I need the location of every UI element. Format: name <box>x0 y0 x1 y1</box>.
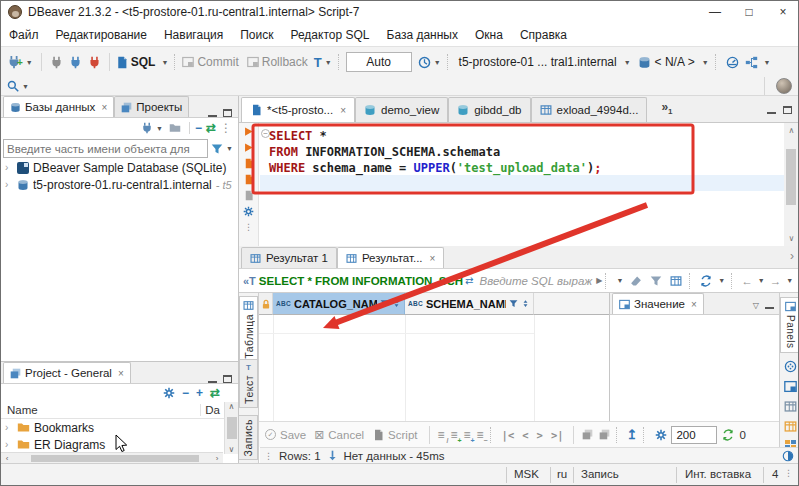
schema-selector[interactable]: < N/A > <box>655 55 695 69</box>
connection-selector[interactable]: t5-prostore-01 ... tral1.internal <box>459 55 617 69</box>
search-icon[interactable] <box>7 80 19 92</box>
filter-settings-table-icon[interactable] <box>670 275 682 287</box>
grid-corner-cell[interactable] <box>259 293 273 315</box>
scroll-right-icon[interactable]: › <box>211 454 223 463</box>
tab-result-2[interactable]: Результат... × <box>337 247 444 268</box>
nav-forward-dropdown-icon[interactable]: ▼ <box>786 277 793 284</box>
databases-tab-close-icon[interactable]: × <box>101 102 107 113</box>
new-connection-dropdown-icon[interactable]: ▼ <box>26 59 33 66</box>
menu-navigation[interactable]: Навигация <box>164 28 223 42</box>
filter-placeholder[interactable]: Введите SQL выраж <box>479 275 592 287</box>
tab-result-1[interactable]: Результат 1 <box>241 247 337 268</box>
object-filter-input[interactable] <box>3 139 208 158</box>
scrollbar-thumb[interactable] <box>227 417 237 439</box>
explorer-menu-dots-icon[interactable]: ⋮ <box>220 121 232 135</box>
connect-icon[interactable] <box>50 56 63 69</box>
last-row-button[interactable]: >| <box>551 429 564 441</box>
project-collapse-icon[interactable]: − <box>182 386 189 400</box>
tab-gibdd-db[interactable]: gibdd_db <box>448 97 530 122</box>
column-header-catalog-name[interactable]: ABC CATALOG_NAME <box>273 293 405 315</box>
transaction-log-clock-icon[interactable] <box>418 56 431 69</box>
project-tab-close-icon[interactable]: × <box>118 368 124 379</box>
fetch-size-input[interactable] <box>671 426 717 444</box>
scroll-up-icon[interactable]: ∧ <box>784 123 799 135</box>
next-row-button[interactable]: > <box>537 429 543 441</box>
panels-tab[interactable]: Panels <box>780 297 799 353</box>
tab-exload[interactable]: exload_4994d... <box>531 97 648 122</box>
rollback-button[interactable]: Rollback <box>262 55 308 69</box>
sql-editor-icon[interactable] <box>115 56 128 69</box>
column-name[interactable]: Name <box>1 404 38 416</box>
tab-project-general[interactable]: Project - General × <box>3 362 131 383</box>
menu-window[interactable]: Окна <box>475 28 503 42</box>
metadata-panel-icon[interactable] <box>784 420 797 433</box>
execute-script-icon[interactable] <box>243 158 254 169</box>
tab-value[interactable]: Значение × <box>612 293 704 314</box>
schema-dropdown-icon[interactable]: ▼ <box>702 59 709 66</box>
editor-maximize-icon[interactable] <box>783 106 792 114</box>
script-button[interactable]: Script <box>388 429 417 441</box>
editor-minimize-icon[interactable] <box>767 107 776 114</box>
save-button[interactable]: Save <box>280 429 306 441</box>
delete-row-icon[interactable]: ≡− <box>477 428 484 442</box>
nav-back-dropdown-icon[interactable]: ▼ <box>758 277 765 284</box>
auto-refresh-icon[interactable] <box>722 429 734 441</box>
filter-erase-icon[interactable] <box>630 275 642 287</box>
menu-sql-editor[interactable]: Редактор SQL <box>290 28 369 42</box>
execute-statement-icon[interactable] <box>243 126 254 137</box>
project-maximize-icon[interactable] <box>223 375 232 383</box>
first-row-button[interactable]: |< <box>502 429 515 441</box>
export-result-icon[interactable]: ↥ <box>627 427 638 442</box>
sql-editor-button[interactable]: SQL <box>131 55 156 69</box>
scroll-down-icon[interactable]: ∨ <box>784 234 799 243</box>
cancel-button[interactable]: Cancel <box>328 429 364 441</box>
editor-scrollbar[interactable]: ∧ ∨ <box>784 123 799 246</box>
project-vertical-scrollbar[interactable]: ∧ ∨ <box>224 402 238 454</box>
tab-projects[interactable]: Проекты <box>114 96 189 117</box>
explain-plan-icon[interactable] <box>243 190 254 201</box>
fetch-all-icon[interactable] <box>599 429 610 440</box>
reconnect-icon[interactable] <box>69 56 82 69</box>
menu-help[interactable]: Справка <box>520 28 567 42</box>
fetch-page-icon[interactable] <box>582 429 593 440</box>
explorer-maximize-icon[interactable] <box>223 109 232 117</box>
expand-chevron-icon[interactable]: › <box>5 422 13 433</box>
filter-funnel-icon[interactable] <box>211 143 223 155</box>
network-share-icon[interactable] <box>745 56 758 69</box>
add-row-icon[interactable]: ≡+ <box>451 428 458 442</box>
filter-save-funnel-icon[interactable] <box>650 275 662 287</box>
column-filter-icon[interactable] <box>380 299 389 308</box>
refresh-result-icon[interactable] <box>700 275 712 287</box>
column-sort-icon[interactable] <box>521 299 530 308</box>
link-with-editor-icon[interactable]: ⇄ <box>206 121 216 135</box>
scroll-left-icon[interactable]: ‹ <box>1 454 13 463</box>
edit-row-icon[interactable]: ≡/ <box>438 428 445 442</box>
explorer-new-connection-icon[interactable] <box>141 122 153 134</box>
transaction-mode-icon[interactable]: T <box>314 55 322 70</box>
calc-panel-icon[interactable] <box>784 400 797 413</box>
tree-item-sample-db[interactable]: › DBeaver Sample Database (SQLite) <box>1 159 238 176</box>
execute-script-new-icon[interactable] <box>243 174 254 185</box>
scrollbar-thumb[interactable] <box>31 455 199 462</box>
result-settings-gear-icon[interactable] <box>655 429 667 441</box>
filter-dropdown-icon[interactable]: ▼ <box>226 145 233 152</box>
tab-databases[interactable]: Базы данных × <box>3 96 114 117</box>
menu-search[interactable]: Поиск <box>240 28 273 42</box>
search-dropdown-icon[interactable]: ▼ <box>22 83 29 90</box>
nav-forward-icon[interactable]: → <box>770 275 782 287</box>
record-mode-toggle[interactable]: Запись <box>239 415 258 460</box>
column-sort-icon[interactable] <box>392 299 401 308</box>
column-header-schema-name[interactable]: ABC SCHEMA_NAME <box>405 293 534 315</box>
window-minimize-button[interactable]: — <box>698 5 732 19</box>
scroll-up-icon[interactable]: ∧ <box>229 402 235 411</box>
tab-script[interactable]: *<t5-prosto... × <box>241 97 355 122</box>
explorer-connection-dropdown-icon[interactable]: ▼ <box>156 125 163 132</box>
value-panel-minimize-icon[interactable] <box>765 302 774 309</box>
tab-demo-view[interactable]: demo_view <box>355 97 448 122</box>
connection-dropdown-icon[interactable]: ▼ <box>624 59 631 66</box>
prev-row-button[interactable]: < <box>522 429 528 441</box>
expand-chevron-icon[interactable]: › <box>5 162 13 173</box>
window-close-button[interactable]: × <box>766 5 799 19</box>
value-tab-close-icon[interactable]: × <box>691 299 697 310</box>
toolbar-overflow-dropdown-icon[interactable]: ▼ <box>764 59 771 66</box>
